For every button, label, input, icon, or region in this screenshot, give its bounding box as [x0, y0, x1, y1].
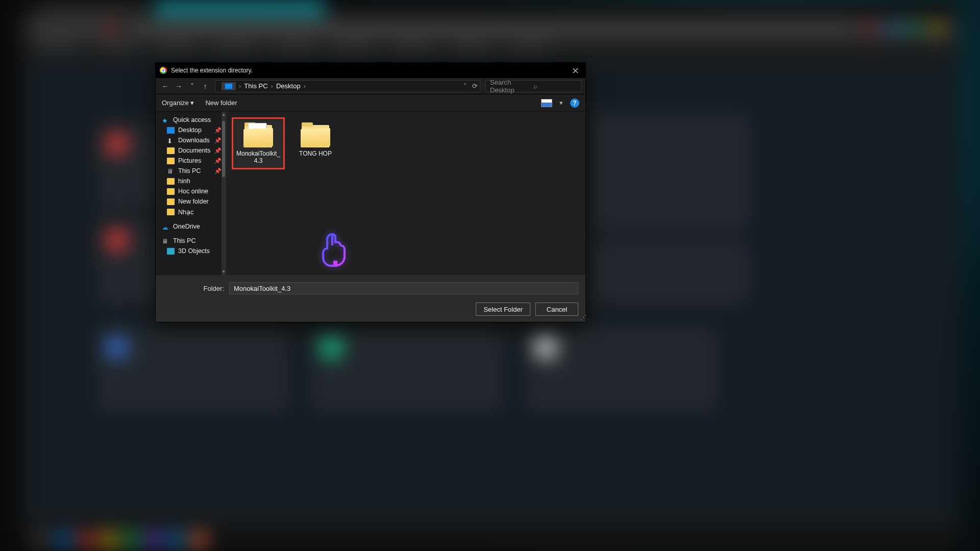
view-dropdown-icon[interactable]: ▾	[559, 99, 563, 107]
folder-icon	[167, 188, 175, 195]
folder-picker-dialog: Select the extension directory. ← → ˅ ↑ …	[155, 62, 586, 322]
pc-icon: 🖥	[162, 238, 169, 244]
dialog-body: ★Quick access Desktop📌 ⬇Downloads📌 Docum…	[156, 112, 585, 275]
search-placeholder: Search Desktop	[490, 79, 533, 94]
chevron-right-icon: ›	[301, 82, 309, 90]
nav-tree[interactable]: ★Quick access Desktop📌 ⬇Downloads📌 Docum…	[156, 112, 226, 275]
tree-item-nhac[interactable]: Nhạc	[156, 207, 226, 217]
help-icon[interactable]: ?	[570, 98, 579, 108]
tree-item-new-folder[interactable]: New folder	[156, 196, 226, 207]
tree-item-desktop[interactable]: Desktop📌	[156, 125, 226, 135]
cancel-button[interactable]: Cancel	[535, 303, 578, 316]
folder-icon	[167, 178, 175, 185]
desktop-icon	[167, 127, 175, 134]
pc-chip	[222, 82, 236, 90]
pin-icon: 📌	[214, 158, 222, 164]
cloud-icon: ☁	[162, 223, 169, 230]
tree-item-documents[interactable]: Documents📌	[156, 145, 226, 156]
folder-label: TONG HOP	[299, 151, 332, 158]
folder-icon	[300, 122, 331, 147]
pc-icon: 🖥	[167, 168, 175, 174]
pin-icon: 📌	[214, 147, 222, 154]
back-button[interactable]: ←	[160, 81, 171, 92]
up-button[interactable]: ↑	[200, 81, 211, 92]
pointer-overlay-icon	[320, 232, 349, 268]
chrome-icon	[160, 67, 167, 74]
folder-icon	[242, 122, 274, 147]
close-button[interactable]	[565, 63, 585, 78]
select-folder-button[interactable]: Select Folder	[476, 303, 530, 316]
tree-item-hinh[interactable]: hinh	[156, 176, 226, 186]
address-dropdown-icon[interactable]: ˅	[463, 82, 467, 90]
search-icon: ⌕	[533, 82, 577, 90]
organize-button[interactable]: Organize ▾	[162, 99, 194, 107]
folder-icon	[167, 147, 175, 154]
folder-item-monokaitoolkit[interactable]: MonokaiToolkit_4.3	[233, 119, 283, 168]
crumb-this-pc[interactable]: This PC	[244, 82, 267, 90]
tree-scrollbar[interactable]: ▴ ▾	[222, 112, 226, 275]
tree-onedrive[interactable]: ☁OneDrive	[156, 221, 226, 232]
file-pane[interactable]: MonokaiToolkit_4.3 TONG HOP	[226, 112, 585, 275]
folder-icon	[167, 198, 175, 205]
address-bar[interactable]: › This PC › Desktop › ˅ ⟳	[215, 80, 480, 92]
pin-icon: 📌	[214, 137, 222, 144]
tree-item-pictures[interactable]: Pictures📌	[156, 156, 226, 166]
pin-icon: 📌	[214, 168, 222, 174]
folder-icon	[167, 248, 175, 255]
tree-item-3d-objects[interactable]: 3D Objects	[156, 246, 226, 256]
recent-dropdown[interactable]: ˅	[186, 81, 198, 92]
crumb-desktop[interactable]: Desktop	[276, 82, 301, 90]
forward-button[interactable]: →	[173, 81, 184, 92]
folder-name-input[interactable]	[229, 282, 578, 294]
new-folder-button[interactable]: New folder	[205, 99, 237, 107]
folder-icon	[167, 158, 175, 164]
star-icon: ★	[162, 117, 169, 123]
folder-item-tonghop[interactable]: TONG HOP	[290, 119, 340, 161]
chevron-right-icon: ›	[236, 82, 244, 90]
tool-row: Organize ▾ New folder ▾ ?	[156, 94, 585, 112]
tree-quick-access[interactable]: ★Quick access	[156, 115, 226, 125]
scroll-up-icon[interactable]: ▴	[222, 112, 226, 118]
tree-this-pc[interactable]: 🖥This PC	[156, 236, 226, 246]
tree-item-hoc-online[interactable]: Hoc online	[156, 186, 226, 196]
chevron-right-icon: ›	[268, 82, 276, 90]
dialog-footer: Folder: Select Folder Cancel	[156, 275, 585, 322]
nav-row: ← → ˅ ↑ › This PC › Desktop › ˅ ⟳ Search…	[156, 78, 585, 94]
folder-label: MonokaiToolkit_4.3	[234, 151, 282, 165]
pin-icon: 📌	[214, 127, 222, 134]
monitor-icon	[225, 83, 233, 89]
download-icon: ⬇	[167, 137, 175, 144]
folder-field-label: Folder:	[163, 285, 224, 292]
refresh-icon[interactable]: ⟳	[472, 82, 478, 90]
tree-item-this-pc[interactable]: 🖥This PC📌	[156, 166, 226, 176]
folder-icon	[167, 209, 175, 215]
resize-grip-icon[interactable]: ⋰	[580, 314, 584, 321]
svg-rect-0	[333, 261, 337, 265]
scroll-down-icon[interactable]: ▾	[222, 269, 226, 275]
dialog-title: Select the extension directory.	[171, 67, 561, 74]
view-mode-icon[interactable]	[541, 99, 552, 107]
titlebar: Select the extension directory.	[156, 63, 585, 78]
search-input[interactable]: Search Desktop ⌕	[485, 80, 581, 92]
tree-item-downloads[interactable]: ⬇Downloads📌	[156, 135, 226, 145]
